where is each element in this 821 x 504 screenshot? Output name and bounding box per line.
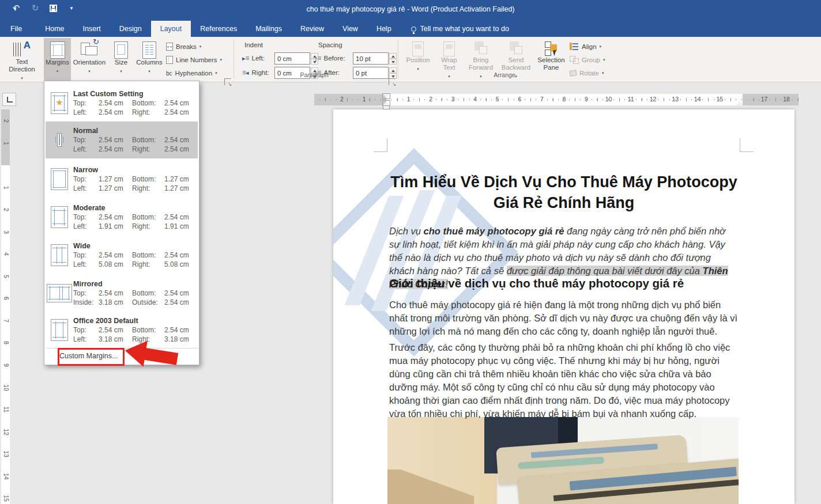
spacing-after-spinner <box>353 67 397 79</box>
ruler-number: 4 <box>469 96 481 103</box>
tab-layout[interactable]: Layout <box>151 21 191 37</box>
ruler-number: 7 <box>536 96 548 103</box>
selection-pane-label-1: Selection <box>537 56 564 64</box>
margin-option-title: Mirrored <box>73 280 103 288</box>
document-title: Tìm Hiểu Về Dịch Vụ Cho Thuê Máy Photoco… <box>389 172 739 213</box>
margin-preset-icon <box>51 319 68 341</box>
hyphenation-button[interactable]: bc Hyphenation▾ <box>166 68 217 78</box>
tell-me-box[interactable]: Tell me what you want to do <box>411 21 509 37</box>
margins-option-narrow[interactable]: Narrow Top:1.27 cmBottom:1.27 cm Left:1.… <box>46 161 198 198</box>
ribbon-layout: A Text Direction ▾ Margins ▾ ↻ Orientati… <box>0 37 821 82</box>
ruler-number: 1 <box>2 184 10 191</box>
title-bar: ↶▾ ↻ ▾ cho thuê máy photocopy giá rẻ - W… <box>0 0 821 21</box>
margins-option-moderate[interactable]: Moderate Top:2.54 cmBottom:2.54 cm Left:… <box>46 199 198 236</box>
margin-preset-icon <box>59 134 60 145</box>
margin-preset-icon <box>47 284 72 302</box>
indent-left-spinner <box>274 52 318 65</box>
wrap-text-button: Wrap Text ▾ <box>435 38 464 82</box>
margins-option-office-2003-default[interactable]: Office 2003 Default Top:2.54 cmBottom:2.… <box>46 312 198 348</box>
intro-bold-keyword: cho thuê máy photocopy giá rẻ <box>424 226 564 236</box>
ruler-number: 13 <box>2 450 10 458</box>
text-direction-button[interactable]: A Text Direction ▾ <box>3 38 40 82</box>
ruler-number: 14 <box>2 472 10 480</box>
align-icon <box>570 42 579 51</box>
spacing-before-input[interactable] <box>353 52 389 65</box>
ruler-number: 9 <box>581 96 592 103</box>
document-paragraph: Cho thuê máy photocopy giá rẻ hiện đang … <box>389 298 739 338</box>
ruler-number: 6 <box>2 295 10 302</box>
margin-option-title: Office 2003 Default <box>73 317 138 325</box>
document-page[interactable]: Tìm Hiểu Về Dịch Vụ Cho Thuê Máy Photoco… <box>333 109 794 504</box>
margins-option-last-custom-setting[interactable]: ★ Last Custom Setting Top:2.54 cmBottom:… <box>46 85 198 122</box>
document-paragraph: Trước đây, các công ty thường phải bỏ ra… <box>389 341 739 420</box>
text-direction-icon: A <box>12 41 32 58</box>
spacing-before-row: ↕≡ Before: <box>314 53 345 63</box>
ruler-number: 2 <box>2 206 10 214</box>
ruler-number: 2 <box>336 96 348 103</box>
orientation-button[interactable]: ↻ Orientation ▾ <box>73 38 106 82</box>
ruler-number: 2 <box>425 96 436 103</box>
right-indent-marker[interactable] <box>736 101 743 105</box>
breaks-button[interactable]: Breaks▾ <box>166 41 201 52</box>
spacing-before-label: Before: <box>324 55 345 62</box>
margin-preset-icon <box>51 168 68 190</box>
ruler-number: 15 <box>2 495 10 502</box>
margins-option-wide[interactable]: Wide Top:2.54 cmBottom:2.54 cm Left:5.08… <box>46 237 198 274</box>
page-setup-dialog-launcher[interactable] <box>224 78 231 85</box>
size-button[interactable]: Size ▾ <box>108 38 134 82</box>
tab-review[interactable]: Review <box>291 21 333 37</box>
intro-text: Dịch vụ <box>389 226 424 236</box>
tab-stop-selector[interactable] <box>2 93 16 106</box>
spacing-after-down[interactable] <box>389 73 397 79</box>
spacing-before-up[interactable] <box>389 53 397 59</box>
ruler-number: 4 <box>2 251 10 258</box>
ruler-number: 1 <box>2 139 10 147</box>
ruler-number: 5 <box>492 96 503 103</box>
margins-option-mirrored[interactable]: Mirrored Top:2.54 cmBottom:2.54 cm Insid… <box>46 275 198 312</box>
line-numbers-icon <box>166 56 173 64</box>
vertical-ruler[interactable]: 21123456789101112131415 <box>1 109 10 504</box>
ruler-number: 10 <box>603 96 615 103</box>
spacing-after-up[interactable] <box>389 67 397 73</box>
ruler-number: 1 <box>403 96 415 103</box>
ruler-number: 13 <box>669 96 681 103</box>
align-button[interactable]: Align▾ <box>570 41 601 52</box>
spacing-heading: Spacing <box>318 41 342 48</box>
margins-option-normal-selected[interactable]: Normal Top:2.54 cmBottom:2.54 cm Left:2.… <box>46 122 198 158</box>
tab-mailings[interactable]: Mailings <box>246 21 291 37</box>
margins-button[interactable]: Margins ▾ <box>44 38 71 82</box>
left-indent-box-marker[interactable] <box>383 105 390 109</box>
wall-shadow <box>387 469 474 504</box>
send-backward-label: Send Backward <box>498 56 534 71</box>
horizontal-ruler[interactable]: 211234567891011121314151718 <box>314 94 799 105</box>
ruler-number: 10 <box>2 384 10 391</box>
first-line-indent-marker[interactable] <box>383 94 390 98</box>
line-numbers-button[interactable]: Line Numbers▾ <box>166 55 222 65</box>
tab-file[interactable]: File <box>1 21 31 37</box>
text-direction-label: Text Direction <box>3 58 40 73</box>
tab-help[interactable]: Help <box>367 21 401 37</box>
spacing-after-input[interactable] <box>353 67 389 79</box>
window-title: cho thuê máy photocopy giá rẻ - Word (Pr… <box>0 5 821 13</box>
tab-references[interactable]: References <box>191 21 246 37</box>
tab-insert[interactable]: Insert <box>74 21 110 37</box>
selection-pane-button[interactable]: Selection Pane <box>536 38 566 82</box>
columns-button[interactable]: Columns ▾ <box>135 38 164 82</box>
tab-view[interactable]: View <box>333 21 367 37</box>
columns-icon <box>142 41 156 59</box>
indent-right-icon: ≡◂ <box>242 69 249 77</box>
margins-dropdown-menu: ★ Last Custom Setting Top:2.54 cmBottom:… <box>44 81 199 365</box>
photocopier-photo <box>387 417 739 504</box>
position-label: Position <box>406 56 430 64</box>
spacing-before-down[interactable] <box>389 59 397 65</box>
tab-design[interactable]: Design <box>110 21 151 37</box>
group-button: Group▾ <box>570 55 605 65</box>
indent-left-input[interactable] <box>274 52 310 65</box>
margin-preset-icon: ★ <box>51 92 68 114</box>
hanging-indent-marker[interactable] <box>383 101 390 105</box>
tab-home[interactable]: Home <box>36 21 73 37</box>
margin-option-title: Last Custom Setting <box>73 90 144 98</box>
margin-option-title: Wide <box>73 242 91 250</box>
paragraph-dialog-launcher[interactable] <box>389 78 396 85</box>
group-icon <box>570 56 579 64</box>
